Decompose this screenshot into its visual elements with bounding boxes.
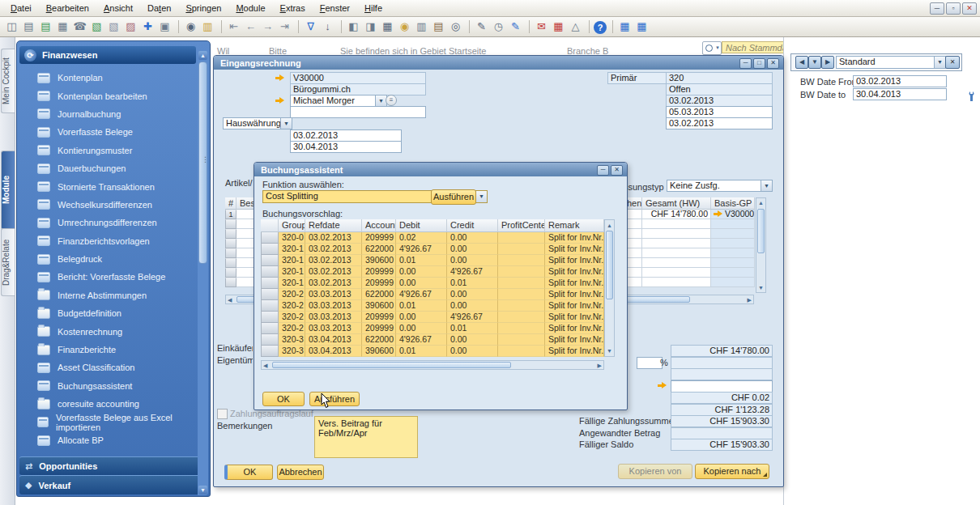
cell-debit[interactable]: 0.00 [396,266,447,278]
menu-item-hilfe[interactable]: Hilfe [357,2,390,15]
cell-account[interactable]: 390600 [362,346,396,357]
table-row[interactable]: 320-203.03.20136220004'926.670.00Split f… [261,289,604,300]
cell-profitcenter[interactable] [498,323,545,334]
cell-remark[interactable]: Split for Inv.Nr. 32 [545,255,604,266]
row-number-cell[interactable] [225,239,236,248]
minimize-button[interactable]: ─ [930,2,944,15]
cell-profitcenter[interactable] [498,232,545,244]
gesamt-cell[interactable] [642,268,711,278]
sidebar-item-wechselkursdifferenzen[interactable]: Wechselkursdifferenzen [19,196,196,214]
calendar-icon[interactable]: ▦ [551,19,566,34]
fax-icon[interactable]: ☎ [72,19,87,34]
cell-refdate[interactable]: 03.02.2013 [305,255,362,266]
abbrechen-button[interactable]: Abbrechen [277,465,324,480]
chevron-down-icon[interactable]: ▼ [280,118,292,129]
menu-item-datei[interactable]: Datei [3,2,39,15]
grid-settings-icon[interactable]: ▦ [617,19,633,34]
cell-account[interactable]: 622000 [362,289,396,300]
waehrung-dropdown[interactable]: Hauswährung▼ [223,117,292,129]
find-icon[interactable]: ◉ [183,19,198,34]
export-excel-icon[interactable]: ▧ [89,19,104,34]
cell-refdate[interactable]: 03.04.2013 [305,346,362,357]
cell-credit[interactable]: 0.00 [447,346,498,357]
zahlungsauftragslauf-checkbox[interactable] [217,409,228,419]
db-edit-icon[interactable]: ✎ [508,19,523,34]
sidebar-item-journalbuchung[interactable]: Journalbuchung [19,105,196,123]
chevron-down-icon[interactable]: ▼ [761,180,772,191]
scroll-right-icon[interactable]: ▶ [748,295,752,304]
cell-account[interactable]: 209999 [362,232,396,244]
table-row[interactable]: 320-003.02.20132099990.020.00Split for I… [261,232,604,244]
link-arrow-icon[interactable] [658,382,667,389]
item-table-row[interactable] [624,239,755,248]
scroll-down-icon[interactable]: ▼ [198,486,207,494]
cell-group[interactable]: 320-3 [279,346,305,357]
basis-gp-cell[interactable] [711,248,755,258]
sidebar-item-kostenrechnung[interactable]: Kostenrechnung [19,322,196,340]
cell-group[interactable]: 320-2 [279,289,305,300]
sidebar-scrollbar[interactable]: ▲ ▼ [198,50,208,495]
menu-item-extras[interactable]: Extras [273,2,313,15]
cell-account[interactable]: 390600 [362,255,396,266]
table-row[interactable]: 320-103.02.20132099990.004'926.67Split f… [261,266,604,278]
copy-from-doc-icon[interactable]: ◧ [346,19,361,34]
row-selector[interactable] [261,244,279,255]
cell-group[interactable]: 320-1 [279,255,305,266]
print-preview-icon[interactable]: ◫ [4,19,19,34]
org-chart-icon[interactable]: △ [568,19,583,34]
sidebar-group-opportunities[interactable]: ⇄ Opportunities [19,456,207,475]
lieferantenref-field[interactable] [290,106,426,118]
column-header-credit[interactable]: Credit [447,219,498,232]
window-maximize-icon[interactable]: □ [753,58,765,69]
dialog-titlebar[interactable]: Buchungsassistent ─ ✕ [254,163,627,176]
cell-credit[interactable]: 0.00 [447,300,498,312]
sidebar-item-finanzberichtsvorlagen[interactable]: Finanzberichtsvorlagen [19,232,196,250]
cell-profitcenter[interactable] [498,266,545,278]
sidebar-item-finanzberichte[interactable]: Finanzberichte [19,341,196,359]
cell-debit[interactable]: 4'926.67 [396,289,447,300]
scroll-down-icon[interactable]: ▼ [758,283,764,292]
dialog-close-icon[interactable]: ✕ [611,165,623,176]
basis-gp-cell[interactable] [711,258,755,268]
column-header-remark[interactable]: Remark [545,219,604,232]
sort-icon[interactable]: ↓ [320,19,335,34]
cell-remark[interactable]: Split for Inv.Nr. 32 [545,278,604,289]
search-scope-selector[interactable]: ▼ [702,41,722,55]
cell-remark[interactable]: Split for Inv.Nr. 32 [545,266,604,278]
cell-remark[interactable]: Split for Inv.Nr. 32 [545,312,604,323]
scroll-right-icon[interactable]: ▶ [598,361,602,370]
next-record-icon[interactable]: → [260,19,275,34]
restore-button[interactable]: ▫ [946,2,961,15]
sidebar-item-kontenplan[interactable]: Kontenplan [19,69,196,87]
print-icon[interactable]: ▤ [21,19,36,34]
sidebar-header-finanzwesen[interactable]: ⟳ Finanzwesen [19,46,196,64]
link-arrow-icon[interactable] [275,97,285,104]
cell-refdate[interactable]: 03.04.2013 [305,334,362,346]
sidebar-item-vorerfasste-belege[interactable]: Vorerfasste Belege [19,123,196,141]
item-table-vscrollbar[interactable]: ▲ ▼ [756,197,766,293]
buchungsdatum-field[interactable]: 03.02.2013 [666,95,773,107]
cell-remark[interactable]: Split for Inv.Nr. 32 [545,232,604,244]
cell-remark[interactable]: Split for Inv.Nr. 32 [545,289,604,300]
sidebar-item-interne-abstimmungen[interactable]: Interne Abstimmungen [19,286,196,304]
cell-credit[interactable]: 0.01 [447,323,498,334]
row-selector[interactable] [261,323,279,334]
cell-debit[interactable]: 0.01 [396,346,447,357]
first-record-icon[interactable]: ⇤ [226,19,241,34]
dialog-vscrollbar[interactable]: ▲ ▼ [604,219,615,357]
scrollbar-thumb[interactable] [606,231,613,299]
column-header-debit[interactable]: Debit [396,219,447,232]
basis-gp-cell[interactable] [711,268,755,278]
cell-group[interactable]: 320-1 [279,244,305,255]
cell-debit[interactable]: 0.01 [396,300,447,312]
sidebar-item-allocate-bp[interactable]: Allocate BP [19,431,196,449]
cell-group[interactable]: 320-0 [279,232,305,244]
cell-group[interactable]: 320-3 [279,334,305,346]
cell-credit[interactable]: 0.01 [447,278,498,289]
copy-to-doc-icon[interactable]: ◨ [363,19,378,34]
periode-bis-field[interactable]: 30.04.2013 [290,141,402,153]
cell-debit[interactable]: 0.02 [396,232,447,244]
form-settings-icon[interactable]: ▦ [634,19,650,34]
sidebar-item-coresuite-accounting[interactable]: coresuite accounting [19,395,196,413]
cell-group[interactable]: 320-2 [279,300,305,312]
